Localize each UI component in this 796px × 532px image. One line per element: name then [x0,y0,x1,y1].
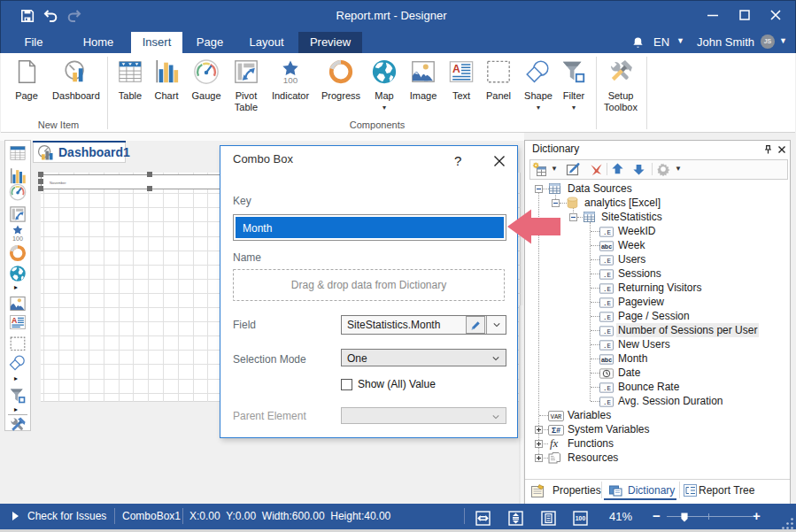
svg-text:A: A [452,63,460,75]
svg-text:100: 100 [12,235,23,242]
svg-text:100: 100 [576,515,586,521]
svg-text:A: A [12,316,18,325]
svg-text:100: 100 [283,75,298,85]
